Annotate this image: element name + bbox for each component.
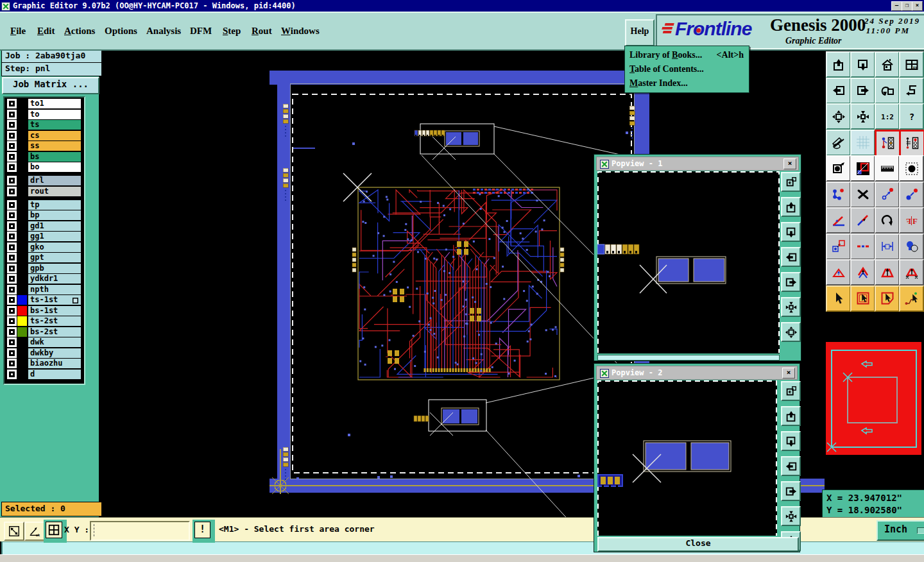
layer-visibility-checkbox[interactable] (7, 295, 17, 305)
layer-color-swatch[interactable] (17, 210, 27, 220)
menu-edit[interactable]: Edit (37, 26, 55, 37)
layer-visibility-checkbox[interactable] (7, 176, 17, 185)
menu-options[interactable]: Options (105, 26, 137, 37)
popview-1-pan-down-button[interactable] (781, 222, 801, 242)
mirror-text-button[interactable]: FF (899, 207, 924, 234)
layer-visibility-checkbox[interactable] (7, 327, 17, 337)
layer-visibility-checkbox[interactable] (7, 141, 17, 151)
menu-step[interactable]: Step (223, 26, 241, 37)
net-lights-a-button[interactable] (875, 130, 901, 157)
help-menu-item-3[interactable]: Master Index... (625, 76, 749, 90)
measure-ruler-button[interactable] (875, 155, 900, 182)
help-menu-item-2[interactable]: Table of Contents... (625, 62, 749, 76)
net-lights-b-button[interactable] (899, 130, 924, 157)
layer-visibility-checkbox[interactable] (7, 337, 17, 347)
popview-1-zoom-pan-button[interactable] (781, 322, 801, 342)
popview-1-close-icon[interactable]: × (783, 158, 796, 169)
layer-name[interactable]: rout (28, 187, 81, 196)
move-point-small-button[interactable] (875, 182, 900, 208)
layer-name[interactable]: tp (28, 200, 81, 210)
layer-visibility-checkbox[interactable] (7, 162, 17, 172)
net-chain-button[interactable] (826, 182, 851, 208)
window-xy-button[interactable]: xy (899, 51, 924, 78)
shape-circles-button[interactable] (899, 234, 924, 260)
layer-color-swatch[interactable] (17, 359, 27, 368)
layer-visibility-checkbox[interactable] (7, 187, 17, 196)
layer-visibility-checkbox[interactable] (7, 210, 17, 220)
layer-visibility-checkbox[interactable] (7, 370, 17, 379)
layer-visibility-checkbox[interactable] (7, 348, 17, 358)
layer-color-swatch[interactable] (17, 131, 27, 140)
layer-visibility-checkbox[interactable] (7, 200, 17, 210)
layer-color-swatch[interactable] (17, 152, 27, 162)
layer-name[interactable]: gd1 (28, 221, 81, 231)
popview-2-canvas[interactable] (597, 380, 777, 536)
undo-step-button[interactable] (875, 78, 900, 104)
popview-2-pan-right-button[interactable] (781, 481, 801, 501)
pad-select-button[interactable] (899, 155, 924, 182)
layer-name[interactable]: ts (28, 120, 81, 130)
popview-2-close-button[interactable]: Close (597, 537, 799, 552)
delete-x-button[interactable] (850, 182, 875, 208)
layer-name[interactable]: gg1 (28, 232, 81, 241)
edit-tools-button[interactable] (826, 130, 851, 156)
layer-visibility-checkbox[interactable] (7, 359, 17, 368)
layer-color-swatch[interactable] (17, 316, 27, 326)
grid-toggle-button[interactable] (44, 520, 67, 543)
layer-color-swatch[interactable] (17, 110, 27, 119)
layer-visibility-checkbox[interactable] (7, 264, 17, 273)
triangle-b-button[interactable] (850, 259, 875, 285)
alert-button[interactable]: ! (193, 520, 215, 543)
menu-rout[interactable]: Rout (252, 26, 272, 37)
layer-name[interactable]: ts-2st (28, 316, 81, 326)
menu-dfm[interactable]: DFM (190, 26, 212, 37)
home-button[interactable] (875, 51, 900, 78)
layer-color-swatch[interactable] (17, 162, 27, 172)
popview-2-pan-down-button[interactable] (781, 431, 801, 451)
resize-area-button[interactable] (4, 522, 24, 541)
popview-1-copy-window-button[interactable] (781, 172, 801, 192)
layer-color-swatch[interactable] (17, 253, 27, 262)
popview-2-close-icon[interactable]: × (782, 368, 795, 379)
scale-1-2-button[interactable]: 1:2 (875, 103, 900, 130)
layer-color-swatch[interactable] (17, 120, 27, 130)
layer-name[interactable]: gpb (28, 264, 81, 273)
layer-visibility-checkbox[interactable] (7, 232, 17, 241)
layer-visibility-checkbox[interactable] (7, 99, 17, 108)
job-matrix-button[interactable]: Job Matrix ... (2, 77, 99, 94)
layer-name[interactable]: npth (28, 285, 81, 294)
layer-name[interactable]: bp (28, 210, 81, 220)
layer-visibility-checkbox[interactable] (7, 120, 17, 130)
snap-grid-button[interactable] (850, 130, 875, 156)
help-question-button[interactable]: ? (899, 103, 924, 130)
close-button[interactable]: × (912, 1, 923, 11)
layer-visibility-checkbox[interactable] (7, 285, 17, 294)
layer-visibility-checkbox[interactable] (7, 110, 17, 119)
exit-right-button[interactable] (850, 78, 875, 104)
zoom-extents-button[interactable] (826, 103, 851, 130)
minimize-button[interactable]: – (891, 1, 902, 11)
angle-measure-button[interactable] (826, 207, 851, 234)
zoom-center-button[interactable] (850, 103, 875, 130)
move-point-button[interactable] (899, 182, 924, 208)
layer-visibility-checkbox[interactable] (7, 221, 17, 231)
layer-name[interactable]: gpt (28, 253, 81, 262)
units-button[interactable]: Inch (877, 520, 924, 541)
dash-line-button[interactable] (850, 234, 875, 260)
layer-color-swatch[interactable] (17, 187, 27, 196)
layer-name[interactable]: ss (28, 141, 81, 151)
help-menu-item-1[interactable]: Library of Books...<Alt>h (625, 48, 749, 62)
maximize-button[interactable]: ❐ (902, 1, 912, 11)
layer-color-swatch[interactable] (17, 99, 27, 108)
layer-visibility-checkbox[interactable] (7, 152, 17, 162)
triangle-a-button[interactable] (826, 259, 851, 285)
menu-file[interactable]: File (10, 26, 26, 37)
layer-name[interactable]: d (28, 370, 81, 379)
layer-name[interactable]: gko (28, 243, 81, 252)
popview-1-pan-up-button[interactable] (781, 197, 801, 217)
cursor-frame-button[interactable] (850, 285, 875, 312)
layer-visibility-checkbox[interactable] (7, 274, 17, 284)
layer-color-swatch[interactable] (17, 221, 27, 231)
popview-1-pan-right-button[interactable] (781, 272, 801, 292)
popview-1-titlebar[interactable]: Popview - 1 × (596, 157, 799, 171)
